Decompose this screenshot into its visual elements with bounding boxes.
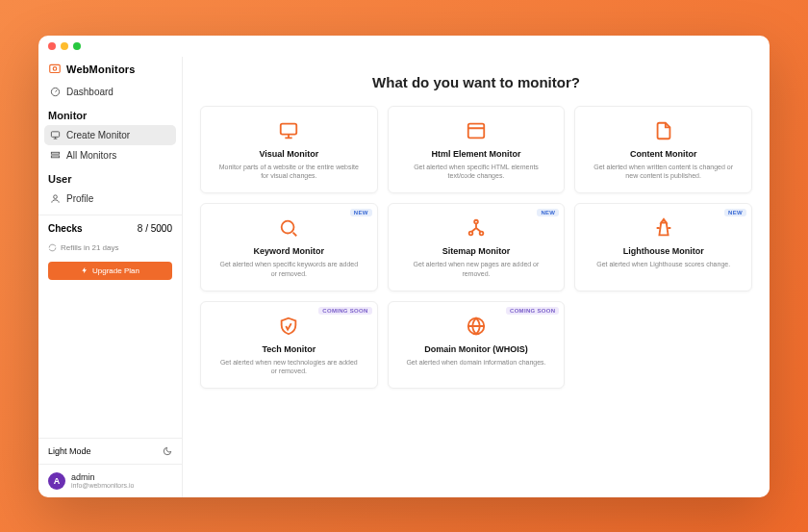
user-name: admin [71,472,134,482]
theme-label: Light Mode [48,446,91,456]
new-badge: NEW [724,209,746,216]
brand[interactable]: WebMonitors [38,57,182,82]
card-title: Keyword Monitor [254,246,325,256]
card-content-monitor[interactable]: Content Monitor Get alerted when written… [574,106,752,194]
main-content: What do you want to monitor? Visual Moni… [183,57,770,497]
new-badge: NEW [350,209,372,216]
user-icon [50,193,61,204]
card-title: Html Element Monitor [431,149,520,159]
card-html-element-monitor[interactable]: Html Element Monitor Get alerted when sp… [388,106,566,194]
close-window-icon[interactable] [48,42,56,50]
checks-value: 8 / 5000 [138,223,172,234]
titlebar [38,36,770,57]
card-sitemap-monitor[interactable]: NEW Sitemap Monitor Get alerted when new… [388,203,566,291]
logo-icon [48,63,62,76]
sidebar: WebMonitors Dashboard Monitor Create Mon… [38,57,183,497]
sidebar-item-label: Profile [66,193,93,204]
card-keyword-monitor[interactable]: NEW Keyword Monitor Get alerted when spe… [200,203,378,291]
card-title: Content Monitor [630,149,696,159]
page-title: What do you want to monitor? [200,74,752,90]
file-icon [653,120,674,141]
sidebar-item-label: All Monitors [66,150,116,161]
card-domain-monitor[interactable]: COMING SOON Domain Monitor (WHOIS) Get a… [388,301,566,390]
sidebar-item-dashboard[interactable]: Dashboard [44,82,176,102]
sidebar-item-label: Dashboard [66,87,114,97]
upgrade-plan-button[interactable]: Upgrade Plan [48,262,172,280]
card-desc: Get alerted when specific keywords are a… [216,260,361,279]
app-window: WebMonitors Dashboard Monitor Create Mon… [38,36,770,497]
browser-window-icon [466,120,487,141]
card-desc: Get alerted when specific HTML elements … [404,163,548,182]
sidebar-item-all-monitors[interactable]: All Monitors [44,145,176,165]
upgrade-label: Upgrade Plan [92,266,139,275]
list-icon [50,150,61,161]
coming-soon-badge: COMING SOON [506,307,559,315]
user-email: info@webmonitors.io [71,482,134,489]
card-desc: Get alerted when domain information chan… [406,358,545,367]
card-desc: Get alerted when Lighthouse scores chang… [596,260,730,269]
svg-rect-5 [51,155,59,157]
minimize-window-icon[interactable] [61,42,68,50]
sitemap-icon [466,217,487,239]
checks-block: Checks 8 / 5000 [38,215,182,238]
card-desc: Get alerted when new technologies are ad… [216,358,361,377]
svg-point-1 [53,66,57,70]
sidebar-item-label: Create Monitor [66,130,130,140]
sidebar-section-user: User [38,165,182,189]
avatar: A [48,472,65,490]
svg-point-10 [474,220,478,224]
svg-rect-4 [51,152,59,154]
dashboard-icon [50,87,61,97]
refill-info: Refills in 21 days [38,238,182,258]
new-badge: NEW [537,209,559,216]
maximize-window-icon[interactable] [73,42,81,50]
card-title: Tech Monitor [262,344,316,354]
card-title: Domain Monitor (WHOIS) [424,344,528,354]
card-title: Visual Monitor [259,149,318,159]
card-lighthouse-monitor[interactable]: NEW Lighthouse Monitor Get alerted when … [574,203,752,291]
theme-toggle[interactable]: Light Mode [38,438,182,464]
svg-point-6 [54,194,58,198]
sidebar-item-create-monitor[interactable]: Create Monitor [44,125,176,145]
globe-icon [466,316,487,337]
card-desc: Monitor parts of a website or the entire… [216,163,361,182]
refill-text: Refills in 21 days [61,243,118,252]
card-tech-monitor[interactable]: COMING SOON Tech Monitor Get alerted whe… [200,301,378,390]
card-title: Lighthouse Monitor [623,246,704,256]
monitor-icon [50,130,61,140]
lighthouse-icon [653,217,674,239]
monitor-type-grid: Visual Monitor Monitor parts of a websit… [200,106,752,390]
search-icon [278,217,299,239]
card-visual-monitor[interactable]: Visual Monitor Monitor parts of a websit… [200,106,378,194]
moon-icon [163,446,172,456]
monitor-screen-icon [278,120,299,141]
lightning-icon [81,266,88,274]
svg-rect-7 [281,123,297,134]
shield-icon [278,316,299,337]
svg-point-9 [282,221,294,234]
card-desc: Get alerted when written content is chan… [592,163,736,182]
svg-rect-8 [468,123,485,138]
card-title: Sitemap Monitor [442,246,511,256]
card-desc: Get alerted when new pages are added or … [404,260,548,279]
user-block[interactable]: A admin info@webmonitors.io [38,464,182,497]
sidebar-section-monitor: Monitor [38,102,182,125]
coming-soon-badge: COMING SOON [318,307,371,315]
svg-rect-3 [51,131,59,137]
checks-label: Checks [48,223,83,234]
sidebar-item-profile[interactable]: Profile [44,189,176,209]
svg-rect-0 [50,64,61,72]
refresh-icon [48,243,57,252]
svg-point-12 [480,232,484,236]
svg-point-11 [469,232,473,236]
brand-name: WebMonitors [66,63,136,75]
